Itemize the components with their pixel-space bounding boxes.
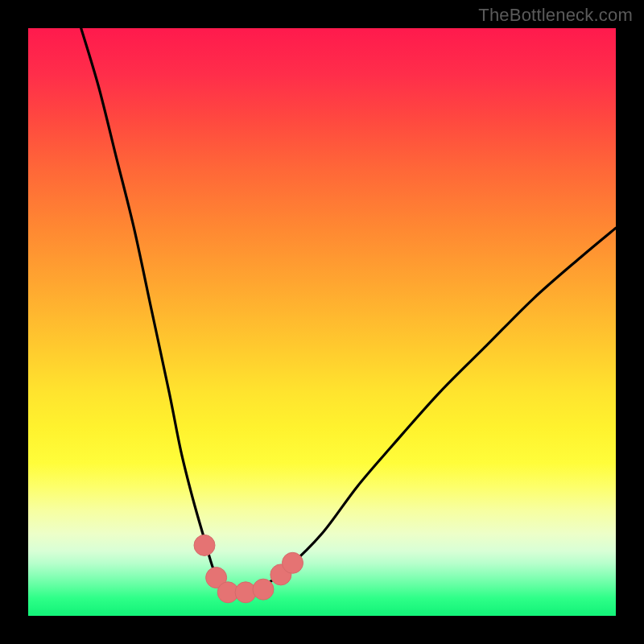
marker-left-outer — [194, 535, 215, 555]
marker-bottom-right — [253, 579, 274, 600]
chart-svg — [28, 28, 616, 616]
watermark-text: TheBottleneck.com — [478, 5, 633, 26]
marker-right-outer — [283, 552, 303, 573]
bottleneck-curve-path — [81, 28, 616, 592]
chart-frame: TheBottleneck.com — [0, 0, 644, 644]
curve-markers-group — [194, 535, 303, 602]
curve-group — [81, 28, 616, 592]
plot-area — [28, 28, 616, 616]
